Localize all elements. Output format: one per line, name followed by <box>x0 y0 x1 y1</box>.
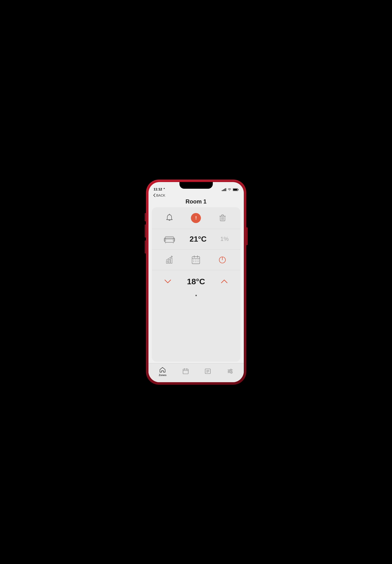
bell-button[interactable] <box>165 214 174 222</box>
nav-header: BACK Room 1 <box>148 193 244 207</box>
stats-icon <box>165 255 174 264</box>
alert-symbol: ! <box>195 215 197 221</box>
svg-point-47 <box>231 372 232 373</box>
svg-point-28 <box>198 260 198 260</box>
back-label: BACK <box>156 193 165 197</box>
temperature-current: 21°C <box>189 235 207 244</box>
svg-point-27 <box>196 260 196 260</box>
trash-icon <box>218 214 227 222</box>
tab-settings-icon <box>227 368 233 374</box>
notch <box>180 182 213 189</box>
controls-row <box>152 249 240 270</box>
dot-1 <box>196 295 197 296</box>
back-button[interactable]: BACK <box>153 193 239 197</box>
humidity-value: 1% <box>220 236 229 242</box>
chevron-down-icon <box>164 279 171 284</box>
actions-row: ! <box>152 207 240 229</box>
volume-up-button[interactable] <box>145 224 146 238</box>
temperature-set-value: 18°C <box>187 277 205 286</box>
delete-button[interactable] <box>218 214 227 222</box>
status-time: 11:12 <box>154 187 166 191</box>
tab-settings[interactable] <box>227 368 233 375</box>
room-icon <box>163 235 176 243</box>
temp-decrease-button[interactable] <box>164 279 171 284</box>
sofa-icon <box>163 235 176 243</box>
power-side-button[interactable] <box>246 227 248 245</box>
main-card: ! <box>152 207 240 362</box>
temperature-set-row: 18°C <box>152 270 240 293</box>
home-icon <box>159 367 166 373</box>
alert-badge[interactable]: ! <box>191 213 201 223</box>
svg-point-29 <box>194 261 194 262</box>
chevron-up-icon <box>221 279 228 284</box>
signal-icon <box>222 188 226 191</box>
volume-down-button[interactable] <box>145 240 146 254</box>
tab-calendar-icon <box>182 368 189 374</box>
location-icon <box>163 188 165 191</box>
stats-button[interactable] <box>165 255 174 264</box>
bell-icon <box>165 214 174 222</box>
svg-rect-19 <box>166 261 168 263</box>
svg-point-30 <box>196 261 196 262</box>
time-display: 11:12 <box>154 187 162 191</box>
temp-increase-button[interactable] <box>221 279 228 284</box>
page-indicator <box>152 293 240 298</box>
svg-point-31 <box>198 261 198 262</box>
tab-zones[interactable]: Zones <box>159 367 166 376</box>
svg-rect-14 <box>165 237 174 239</box>
svg-rect-13 <box>165 238 174 242</box>
svg-rect-0 <box>222 190 223 191</box>
page-title: Room 1 <box>153 198 239 205</box>
svg-rect-20 <box>168 260 170 263</box>
svg-point-26 <box>194 260 194 260</box>
calendar-icon <box>191 255 200 264</box>
tab-list-icon <box>205 368 211 374</box>
status-icons <box>222 188 238 191</box>
battery-icon <box>233 188 238 191</box>
power-icon <box>218 255 227 264</box>
svg-rect-2 <box>224 189 225 191</box>
svg-rect-3 <box>225 188 226 191</box>
power-button[interactable] <box>218 255 227 264</box>
svg-rect-1 <box>223 189 224 191</box>
schedule-button[interactable] <box>191 255 200 264</box>
tab-schedule[interactable] <box>182 368 189 375</box>
phone-frame: 11:12 <box>146 180 246 385</box>
svg-rect-34 <box>183 369 188 374</box>
tab-zones-label: Zones <box>159 374 166 376</box>
svg-rect-5 <box>238 189 238 190</box>
svg-point-46 <box>228 371 230 372</box>
svg-rect-6 <box>233 189 237 190</box>
svg-point-45 <box>230 369 232 371</box>
phone-screen: 11:12 <box>148 182 244 382</box>
svg-rect-21 <box>171 258 172 263</box>
back-chevron-icon <box>153 193 155 197</box>
tab-bar: Zones <box>148 363 244 382</box>
tab-list[interactable] <box>205 368 211 375</box>
temperature-row: 21°C 1% <box>152 229 240 249</box>
wifi-icon <box>228 188 231 191</box>
